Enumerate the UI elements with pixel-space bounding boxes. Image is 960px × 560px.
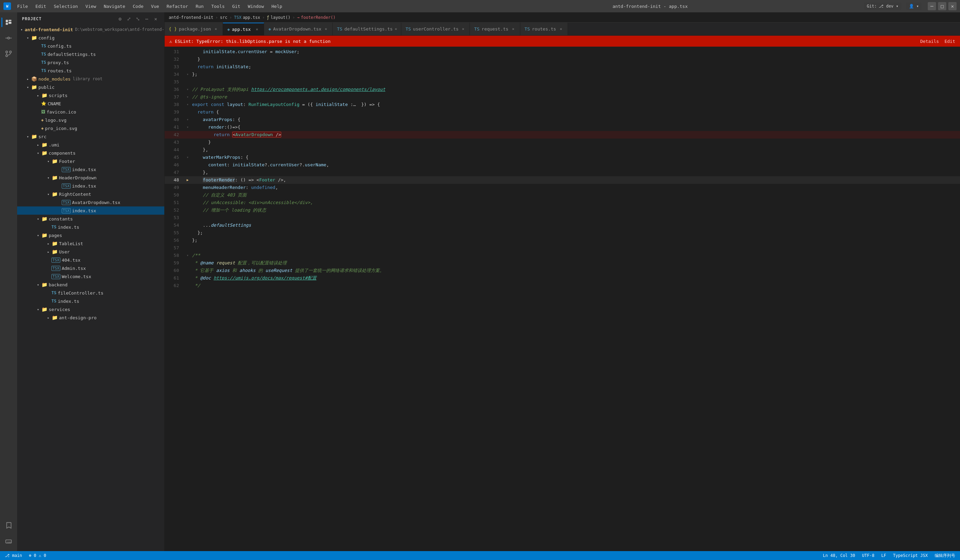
fold-arrow[interactable]: ▾ [184,123,191,131]
sidebar-item-rc-index[interactable]: TSX index.tsx [17,206,164,215]
sidebar-item-defaultsettings[interactable]: TS defaultSettings.ts [17,50,164,58]
tab-close-req[interactable]: ✕ [510,26,516,32]
sidebar-item-antdesignpro[interactable]: 📁 ant-design-pro [17,314,164,322]
sidebar-item-backend[interactable]: 📁 backend [17,280,164,289]
profile-btn[interactable]: 👤 ▾ [909,4,919,9]
sidebar-item-config[interactable]: 📁 config [17,34,164,42]
activity-bookmarks[interactable] [2,518,16,533]
tab-close-package[interactable]: ✕ [213,26,219,32]
sidebar-close-btn[interactable]: ✕ [152,15,160,22]
status-line[interactable]: Ln 48, Col 30 [821,553,856,558]
tab-close-uc[interactable]: ✕ [461,26,466,32]
sidebar-item-components[interactable]: 📁 components [17,149,164,157]
breadcrumb-layout[interactable]: layout() [270,15,291,20]
menu-edit[interactable]: Edit [32,2,50,10]
minimize-btn[interactable]: ─ [928,2,936,10]
menu-git[interactable]: Git [229,2,243,10]
tab-close-ad[interactable]: ✕ [323,26,328,32]
sidebar-item-routes[interactable]: TS routes.ts [17,67,164,75]
status-branch[interactable]: ⎇ main [3,553,23,558]
status-lineending[interactable]: LF [880,553,887,558]
git-branch-btn[interactable]: ⎇ dev ▾ [879,4,898,9]
tab-avatardropdown[interactable]: ◈ AvatarDropdown.tsx ✕ [264,22,333,35]
fold-arrow[interactable]: ▾ [184,86,191,93]
breadcrumb-footer[interactable]: footerRender() [301,15,336,20]
sidebar-collapse-btn[interactable]: ⤡ [134,15,142,22]
breadcrumb-root[interactable]: antd-frontend-init [169,15,213,20]
sidebar-item-welcome[interactable]: TSX Welcome.tsx [17,272,164,280]
sidebar-item-scripts[interactable]: 📁 scripts [17,91,164,99]
sidebar-root-item[interactable]: antd-frontend-init D:\webstrom_workspace… [17,26,164,34]
breadcrumb-src[interactable]: src [220,15,227,20]
sidebar-item-headerdropdown[interactable]: 📁 HeaderDropdown [17,173,164,182]
sidebar-item-services[interactable]: 📁 services [17,305,164,314]
tab-close-ds[interactable]: ✕ [395,26,397,32]
sidebar-item-nodemodules[interactable]: 📦 node_modules library root [17,75,164,83]
sidebar-item-filecontroller[interactable]: TS fileController.ts [17,289,164,297]
sidebar-expand-btn[interactable]: ⤢ [125,15,133,22]
maximize-btn[interactable]: □ [938,2,946,10]
activity-commit[interactable] [2,31,16,45]
sidebar-settings-btn[interactable]: ⚙ [116,15,124,22]
activity-project[interactable] [2,15,16,29]
sidebar-item-config-ts[interactable]: TS config.ts [17,42,164,50]
menu-selection[interactable]: Selection [50,2,81,10]
sidebar-item-avatardropdown[interactable]: TSX AvatarDropdown.tsx [17,198,164,206]
tab-request[interactable]: TS request.ts ✕ [470,22,520,35]
menu-code[interactable]: Code [129,2,147,10]
sidebar-item-proxy[interactable]: TS proxy.ts [17,58,164,67]
sidebar-item-constants-index[interactable]: TS index.ts [17,223,164,231]
sidebar-item-public[interactable]: 📁 public [17,83,164,91]
status-language[interactable]: TypeScript JSX [892,553,929,558]
sidebar-item-tablelist[interactable]: 📁 TableList [17,239,164,248]
sidebar-item-pages[interactable]: 📁 pages [17,231,164,239]
menu-vue[interactable]: Vue [147,2,162,10]
tab-close-app[interactable]: ✕ [254,27,260,32]
menu-navigate[interactable]: Navigate [100,2,129,10]
breadcrumb-file[interactable]: app.tsx [243,15,260,20]
fold-arrow[interactable]: ▾ [184,154,191,161]
menu-view[interactable]: View [82,2,99,10]
tab-routes[interactable]: TS routes.ts ✕ [520,22,568,35]
menu-file[interactable]: File [14,2,31,10]
menu-tools[interactable]: Tools [208,2,228,10]
sidebar-item-cname[interactable]: ⭐ CNAME [17,99,164,108]
menu-help[interactable]: Help [268,2,286,10]
error-details-btn[interactable]: Details [920,39,939,44]
sidebar-more-btn[interactable]: ⋯ [143,15,150,22]
tab-defaultsettings[interactable]: TS defaultSettings.ts ✕ [333,22,401,35]
sidebar-item-backend-index[interactable]: TS index.ts [17,297,164,305]
fold-arrow[interactable]: ▾ [184,101,191,108]
sidebar-item-404[interactable]: TSX 404.tsx [17,256,164,264]
sidebar-item-rightcontent[interactable]: 📁 RightContent [17,190,164,198]
sidebar-item-hd-index[interactable]: TSX index.tsx [17,182,164,190]
status-errors[interactable]: ⊗ 0 ⚠ 0 [27,553,48,558]
sidebar-item-admin[interactable]: TSX Admin.tsx [17,264,164,272]
fold-arrow[interactable]: ▾ [184,252,191,259]
fold-arrow[interactable]: ▾ [184,93,191,101]
sidebar-item-footer[interactable]: 📁 Footer [17,157,164,165]
status-encoding[interactable]: UTF-8 [861,553,876,558]
tab-close-routes[interactable]: ✕ [558,26,563,32]
sidebar-item-src[interactable]: 📁 src [17,132,164,141]
sidebar-item-logo[interactable]: ◈ logo.svg [17,116,164,124]
sidebar-item-constants[interactable]: 📁 constants [17,215,164,223]
menu-run[interactable]: Run [192,2,207,10]
tab-app-tsx[interactable]: ◈ app.tsx ✕ [223,22,264,35]
fold-arrow[interactable]: ▾ [184,116,191,123]
menu-refactor[interactable]: Refactor [163,2,192,10]
menu-window[interactable]: Window [245,2,267,10]
error-edit-btn[interactable]: Edit [944,39,955,44]
fold-arrow[interactable]: ▾ [184,70,191,78]
tab-usercontroller[interactable]: TS userController.ts ✕ [401,22,470,35]
code-editor[interactable]: 31 initialState.currentUser = mockUser; … [165,46,960,551]
sidebar-item-umi[interactable]: 📁 .umi [17,141,164,149]
activity-pr[interactable] [2,46,16,61]
close-btn[interactable]: ✕ [948,2,957,10]
sidebar-item-proicon[interactable]: ◈ pro_icon.svg [17,124,164,132]
sidebar-item-footer-index[interactable]: TSX index.tsx [17,165,164,173]
tab-package-json[interactable]: { } package.json ✕ [165,22,223,35]
activity-npm[interactable]: npm [2,534,16,548]
sidebar-item-favicon[interactable]: 🖼 favicon.ico [17,108,164,116]
sidebar-item-user[interactable]: 📁 User [17,248,164,256]
